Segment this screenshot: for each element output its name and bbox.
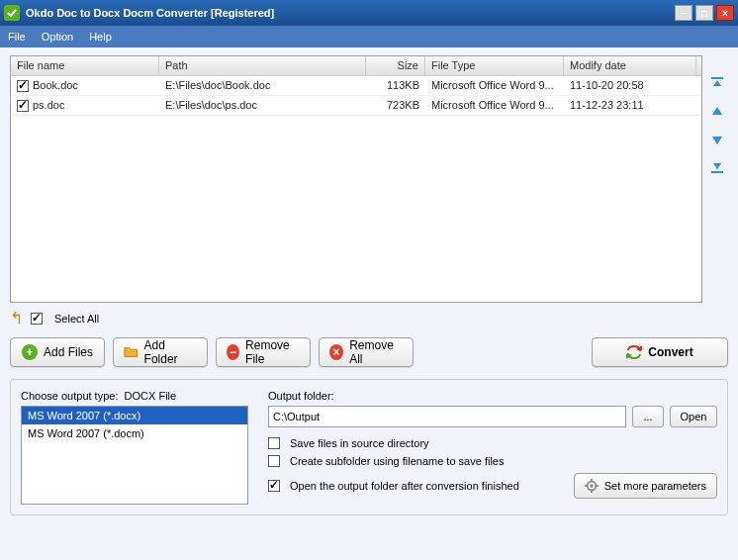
cell-size: 113KB bbox=[366, 76, 425, 95]
header-path[interactable]: Path bbox=[159, 56, 366, 75]
cell-path: E:\Files\doc\Book.doc bbox=[159, 76, 366, 95]
list-item[interactable]: MS Word 2007 (*.docx) bbox=[22, 407, 247, 424]
convert-icon bbox=[626, 344, 642, 360]
create-subfolder-label: Create subfolder using filename to save … bbox=[290, 455, 504, 467]
minus-icon: − bbox=[227, 344, 239, 360]
gear-icon bbox=[585, 479, 599, 493]
select-all-checkbox[interactable] bbox=[31, 313, 43, 325]
cell-name: ps.doc bbox=[33, 99, 64, 111]
file-grid[interactable]: File name Path Size File Type Modify dat… bbox=[10, 55, 702, 303]
content-area: File name Path Size File Type Modify dat… bbox=[0, 47, 738, 560]
menu-help[interactable]: Help bbox=[89, 31, 112, 43]
output-type-label: Choose output type: DOCX File bbox=[21, 390, 248, 402]
save-in-source-checkbox[interactable] bbox=[268, 437, 280, 449]
svg-rect-1 bbox=[711, 77, 723, 79]
cell-name: Book.doc bbox=[33, 79, 78, 91]
svg-rect-2 bbox=[711, 171, 723, 173]
reorder-panel bbox=[706, 55, 728, 303]
move-up-button[interactable] bbox=[708, 103, 726, 121]
menu-file[interactable]: File bbox=[8, 31, 26, 43]
header-filename[interactable]: File name bbox=[11, 56, 159, 75]
browse-button[interactable]: ... bbox=[632, 406, 664, 427]
cell-size: 723KB bbox=[366, 96, 425, 115]
output-folder-label: Output folder: bbox=[268, 390, 717, 402]
select-all-label: Select All bbox=[54, 313, 99, 325]
app-icon bbox=[4, 5, 20, 21]
output-type-list[interactable]: MS Word 2007 (*.docx) MS Word 2007 (*.do… bbox=[21, 406, 248, 505]
header-filetype[interactable]: File Type bbox=[425, 56, 564, 75]
menubar: File Option Help bbox=[0, 26, 738, 47]
output-folder-input[interactable] bbox=[268, 406, 626, 427]
x-icon: × bbox=[329, 344, 343, 360]
row-checkbox[interactable] bbox=[17, 100, 29, 112]
maximize-button[interactable]: □ bbox=[695, 5, 713, 21]
save-in-source-label: Save files in source directory bbox=[290, 437, 429, 449]
titlebar: Okdo Doc to Docx Docm Converter [Registe… bbox=[0, 0, 738, 26]
add-folder-button[interactable]: Add Folder bbox=[113, 337, 208, 367]
move-bottom-button[interactable] bbox=[708, 158, 726, 176]
svg-point-4 bbox=[590, 484, 594, 488]
open-folder-button[interactable]: Open bbox=[670, 406, 717, 427]
header-size[interactable]: Size bbox=[366, 56, 425, 75]
cell-type: Microsoft Office Word 9... bbox=[425, 96, 564, 115]
remove-file-button[interactable]: − Remove File bbox=[216, 337, 311, 367]
up-level-icon[interactable]: ↰ bbox=[10, 309, 23, 327]
table-row[interactable]: Book.doc E:\Files\doc\Book.doc 113KB Mic… bbox=[11, 76, 701, 96]
convert-button[interactable]: Convert bbox=[592, 337, 728, 367]
menu-option[interactable]: Option bbox=[42, 31, 73, 43]
open-after-label: Open the output folder after conversion … bbox=[290, 480, 519, 492]
open-after-checkbox[interactable] bbox=[268, 480, 280, 492]
cell-date: 11-12-23 23:11 bbox=[564, 96, 696, 115]
header-modifydate[interactable]: Modify date bbox=[564, 56, 696, 75]
window-title: Okdo Doc to Docx Docm Converter [Registe… bbox=[26, 7, 675, 19]
settings-panel: Choose output type: DOCX File MS Word 20… bbox=[10, 379, 728, 515]
cell-type: Microsoft Office Word 9... bbox=[425, 76, 564, 95]
add-files-button[interactable]: + Add Files bbox=[10, 337, 105, 367]
folder-icon bbox=[124, 344, 138, 360]
remove-all-button[interactable]: × Remove All bbox=[319, 337, 414, 367]
grid-header: File name Path Size File Type Modify dat… bbox=[11, 56, 701, 76]
cell-path: E:\Files\doc\ps.doc bbox=[159, 96, 366, 115]
plus-icon: + bbox=[22, 344, 38, 360]
move-top-button[interactable] bbox=[708, 75, 726, 93]
close-button[interactable]: × bbox=[716, 5, 734, 21]
create-subfolder-checkbox[interactable] bbox=[268, 455, 280, 467]
row-checkbox[interactable] bbox=[17, 80, 29, 92]
minimize-button[interactable]: − bbox=[675, 5, 692, 21]
list-item[interactable]: MS Word 2007 (*.docm) bbox=[22, 424, 247, 442]
move-down-button[interactable] bbox=[708, 131, 726, 148]
svg-rect-0 bbox=[4, 5, 20, 21]
cell-date: 11-10-20 20:58 bbox=[564, 76, 696, 95]
set-more-parameters-button[interactable]: Set more parameters bbox=[574, 473, 717, 499]
table-row[interactable]: ps.doc E:\Files\doc\ps.doc 723KB Microso… bbox=[11, 96, 701, 116]
